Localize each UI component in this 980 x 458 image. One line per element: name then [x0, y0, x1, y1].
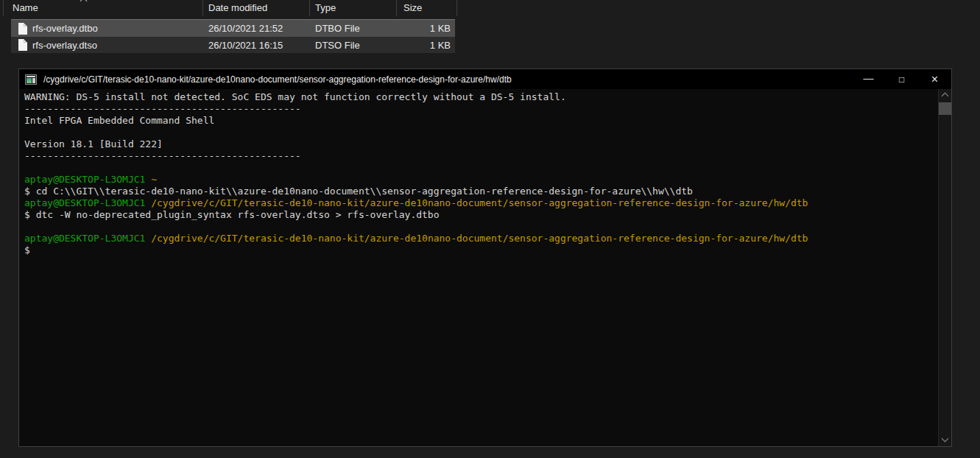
terminal-line: $ dtc -W no-deprecated_plugin_syntax rfs… — [24, 209, 938, 221]
file-type: DTBO File — [315, 20, 360, 37]
file-row[interactable]: rfs-overlay.dtso 26/10/2021 16:15 DTSO F… — [11, 37, 455, 53]
file-type: DTSO File — [315, 37, 360, 53]
maximize-button[interactable]: □ — [885, 69, 918, 89]
close-icon: × — [931, 73, 938, 86]
terminal-output[interactable]: WARNING: DS-5 install not detected. SoC … — [19, 89, 938, 446]
terminal-app-icon — [25, 74, 37, 85]
file-size: 1 KB — [403, 37, 451, 53]
terminal-line: $ — [24, 244, 938, 256]
scrollbar-thumb[interactable] — [939, 102, 951, 115]
file-name: rfs-overlay.dtbo — [32, 20, 98, 37]
column-separator[interactable] — [396, 0, 397, 16]
file-icon — [18, 39, 27, 51]
terminal-window: /cygdrive/c/GIT/terasic-de10-nano-kit/az… — [18, 68, 952, 447]
terminal-title: /cygdrive/c/GIT/terasic-de10-nano-kit/az… — [43, 74, 852, 85]
terminal-line — [24, 127, 938, 138]
minimize-icon: — — [864, 72, 874, 84]
close-button[interactable]: × — [918, 69, 951, 89]
maximize-icon: □ — [899, 74, 904, 85]
column-header-type[interactable]: Type — [315, 2, 336, 14]
column-separator — [3, 0, 4, 16]
file-date-modified: 26/10/2021 21:52 — [208, 20, 283, 37]
column-separator[interactable] — [202, 0, 203, 16]
terminal-line: ----------------------------------------… — [24, 103, 938, 115]
scroll-down-button[interactable] — [939, 434, 951, 446]
terminal-line: WARNING: DS-5 install not detected. SoC … — [24, 91, 938, 103]
terminal-line: aptay@DESKTOP-L3OMJC1 ~ — [24, 174, 938, 186]
sort-ascending-icon — [80, 0, 88, 4]
column-header-name[interactable]: Name — [13, 2, 38, 14]
scroll-up-button[interactable] — [939, 89, 951, 101]
column-header-date-modified[interactable]: Date modified — [208, 2, 267, 14]
chevron-down-icon — [942, 435, 949, 443]
file-size: 1 KB — [403, 20, 451, 37]
terminal-line: aptay@DESKTOP-L3OMJC1 /cygdrive/c/GIT/te… — [24, 197, 938, 209]
terminal-line: $ cd C:\\GIT\\terasic-de10-nano-kit\\azu… — [24, 186, 938, 197]
column-separator[interactable] — [309, 0, 310, 16]
scrollbar-track[interactable] — [938, 89, 951, 446]
terminal-line: aptay@DESKTOP-L3OMJC1 /cygdrive/c/GIT/te… — [24, 233, 938, 244]
terminal-line — [24, 162, 938, 174]
file-icon — [18, 23, 27, 35]
terminal-titlebar[interactable]: /cygdrive/c/GIT/terasic-de10-nano-kit/az… — [19, 69, 951, 89]
column-separator[interactable] — [456, 0, 457, 16]
column-header-size[interactable]: Size — [403, 2, 422, 14]
minimize-button[interactable]: — — [852, 69, 885, 89]
terminal-line: Version 18.1 [Build 222] — [24, 138, 938, 150]
file-date-modified: 26/10/2021 16:15 — [208, 37, 283, 53]
terminal-line: ----------------------------------------… — [24, 150, 938, 162]
chevron-up-icon — [942, 93, 949, 100]
file-explorer-pane: Name Date modified Type Size rfs-overlay… — [0, 0, 486, 55]
terminal-line: Intel FPGA Embedded Command Shell — [24, 115, 938, 127]
file-row-selected[interactable]: rfs-overlay.dtbo 26/10/2021 21:52 DTBO F… — [11, 19, 455, 37]
terminal-line — [24, 221, 938, 233]
file-name: rfs-overlay.dtso — [32, 37, 97, 53]
